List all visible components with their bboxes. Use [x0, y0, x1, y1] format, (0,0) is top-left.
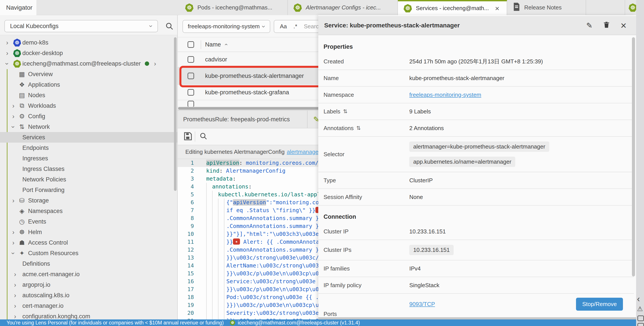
sidebar-item-configuration-konghq-com[interactable]: ›configuration.konghq.com: [0, 311, 177, 320]
sort-ascending-icon[interactable]: ›: [222, 44, 229, 46]
panel-icon[interactable]: [638, 323, 644, 326]
row-checkbox[interactable]: [188, 89, 194, 96]
editor-info-link[interactable]: alertmanager: [287, 148, 320, 155]
chevron-down-icon[interactable]: ›: [4, 62, 11, 65]
warning-icon[interactable]: ⚠: [637, 305, 643, 312]
chevron-right-icon[interactable]: ›: [12, 240, 14, 246]
sidebar-item-label: Events: [28, 218, 46, 225]
active-cluster-status[interactable]: ☸ icecheng@mathmast.com@freeleaps-cluste…: [230, 320, 360, 326]
sidebar-item-access-control[interactable]: ›☗Access Control: [0, 237, 177, 248]
sidebar-item-helm[interactable]: ›☸Helm: [0, 227, 177, 237]
code-token: kind: [206, 168, 219, 174]
code-text: }}\u003c/p\u003e\n\u003cp\u003: [226, 270, 326, 278]
sidebar-item-custom-resources[interactable]: ›✦Custom Resources: [0, 248, 177, 258]
chevron-right-icon[interactable]: ›: [12, 103, 14, 109]
row-checkbox[interactable]: [188, 56, 194, 63]
sidebar-item-demo-k8s[interactable]: ›☸demo-k8s: [0, 37, 177, 48]
match-case-icon[interactable]: Aa: [280, 23, 287, 30]
sidebar-item-network-policies[interactable]: Network Policies: [0, 174, 177, 185]
tab-pods[interactable]: ☸Pods - icecheng@mathmas...: [180, 0, 288, 15]
namespace-select[interactable]: freeleaps-monitoring-system ›: [182, 20, 270, 33]
namespace-link[interactable]: freeleaps-monitoring-system: [409, 92, 481, 98]
sidebar-item-label: icecheng@mathmast.com@freeleaps-cluster: [22, 60, 141, 67]
sidebar-item-argoproj-io[interactable]: ›argoproj.io: [0, 280, 177, 290]
column-header-name[interactable]: Name: [205, 41, 221, 48]
panel-icon[interactable]: [638, 316, 644, 321]
tab-alertmanager[interactable]: ☸Alertmanager Configs - icec...: [288, 0, 398, 15]
sidebar-item-label: Services: [22, 134, 45, 141]
sidebar-item-events[interactable]: ◷Events: [0, 216, 177, 227]
property-row-labels: Labels⇅9 Labels: [318, 103, 634, 120]
chevron-right-icon[interactable]: ›: [12, 229, 14, 236]
chevron-right-icon[interactable]: ›: [154, 60, 156, 67]
code-text: annotations:: [212, 183, 252, 191]
row-checkbox[interactable]: [188, 72, 194, 79]
sidebar-item-nodes[interactable]: ▤Nodes: [0, 90, 177, 100]
sidebar-item-acme-cert-manager-io[interactable]: ›acme.cert-manager.io: [0, 269, 177, 280]
drawer-scrollbar[interactable]: [632, 37, 635, 276]
row-checkbox[interactable]: [188, 101, 194, 107]
close-icon[interactable]: ×: [620, 20, 626, 30]
kubeconfig-select[interactable]: Local Kubeconfigs ›: [4, 20, 158, 32]
sidebar-item-namespaces[interactable]: ◈Namespaces: [0, 206, 177, 216]
chevron-right-icon[interactable]: ›: [14, 282, 16, 288]
chevron-right-icon[interactable]: ›: [6, 40, 8, 46]
tab-release[interactable]: Release Notes: [507, 0, 586, 15]
sidebar-item-workloads[interactable]: ›⧉Workloads: [0, 100, 177, 111]
chevron-right-icon[interactable]: ›: [12, 198, 14, 204]
close-icon[interactable]: ×: [495, 4, 500, 12]
property-row-cluster-ips: Cluster IPs10.233.16.151: [318, 240, 634, 260]
sidebar-item-autoscaling-k8s-io[interactable]: ›autoscaling.k8s.io: [0, 290, 177, 300]
property-label-text: Created: [324, 58, 344, 65]
property-value-text: 254d 17h 50m ago (2025年1月13日 GMT+8 1:25:…: [409, 58, 543, 65]
chevron-down-icon[interactable]: ›: [10, 252, 17, 254]
search-icon[interactable]: [165, 22, 174, 32]
kubernetes-icon: ☸: [13, 49, 21, 57]
regex-icon[interactable]: .*: [294, 23, 297, 30]
chevron-right-icon[interactable]: ›: [14, 292, 16, 298]
sidebar-item-port-forwarding[interactable]: Port Forwarding: [0, 185, 177, 195]
edit-pencil-icon[interactable]: ✎: [586, 22, 593, 29]
sidebar-item-storage[interactable]: ›⛁Storage: [0, 195, 177, 206]
search-icon[interactable]: [199, 132, 208, 142]
chevron-right-icon[interactable]: ›: [14, 271, 16, 278]
chevron-right-icon[interactable]: ›: [6, 50, 8, 56]
line-number: 7: [178, 206, 200, 214]
sidebar-item-config[interactable]: ›⚙Config: [0, 111, 177, 122]
select-all-checkbox[interactable]: [188, 41, 194, 48]
save-icon[interactable]: [183, 132, 192, 142]
cluster-tree: ›☸demo-k8s›☸docker-desktop›☸icecheng@mat…: [0, 37, 177, 320]
line-number: 14: [178, 262, 200, 270]
sidebar-item-ingress-classes[interactable]: Ingress Classes: [0, 164, 177, 174]
value-chip: alertmanager=kube-prometheus-stack-alert…: [409, 142, 549, 152]
sidebar-item-icecheng-mathmast-com-freeleaps-cluster[interactable]: ›☸icecheng@mathmast.com@freeleaps-cluste…: [0, 58, 177, 69]
sidebar-item-network[interactable]: ›⇅Network: [0, 122, 177, 132]
sidebar-item-cert-manager-io[interactable]: ›cert-manager.io: [0, 300, 177, 311]
sidebar-scrollbar[interactable]: [174, 37, 176, 191]
code-token: apiVersion: [206, 160, 239, 166]
sidebar-item-applications[interactable]: ❖Applications: [0, 80, 177, 90]
stop-remove-button[interactable]: Stop/Remove: [576, 298, 623, 311]
sidebar-item-ingresses[interactable]: Ingresses: [0, 153, 177, 164]
drawer-title: Service: kube-prometheus-stack-alertmana…: [324, 22, 586, 29]
collapse-left-icon[interactable]: ‹: [637, 294, 640, 304]
sidebar-item-overview[interactable]: ▦Overview: [0, 69, 177, 80]
navigator-label: Navigator: [6, 4, 32, 11]
sidebar-item-docker-desktop[interactable]: ›☸docker-desktop: [0, 48, 177, 58]
sidebar-item-definitions[interactable]: Definitions: [0, 258, 177, 269]
sort-toggle-icon[interactable]: ⇅: [343, 108, 348, 114]
chevron-right-icon[interactable]: ›: [14, 303, 16, 309]
port-link[interactable]: 9093/TCP: [409, 301, 435, 308]
dock-tab-prometheusrule[interactable]: PrometheusRule: freepeals-prod-metrics: [183, 116, 290, 123]
sort-toggle-icon[interactable]: ⇅: [356, 125, 360, 131]
code-text: }})\u003c/p\u003e\n\u003cp\u00: [226, 301, 326, 309]
kubernetes-icon: ☸: [230, 320, 235, 325]
chevron-right-icon[interactable]: ›: [12, 113, 14, 120]
sidebar-item-endpoints[interactable]: Endpoints: [0, 142, 177, 153]
tab-services[interactable]: ☸Services - icecheng@math...×: [398, 0, 507, 15]
trash-icon[interactable]: [602, 20, 610, 30]
sidebar-item-services[interactable]: Services: [0, 132, 177, 142]
chevron-down-icon[interactable]: ›: [10, 126, 17, 128]
tab-label: Alertmanager Configs - icec...: [306, 4, 381, 11]
chevron-right-icon[interactable]: ›: [14, 313, 16, 320]
